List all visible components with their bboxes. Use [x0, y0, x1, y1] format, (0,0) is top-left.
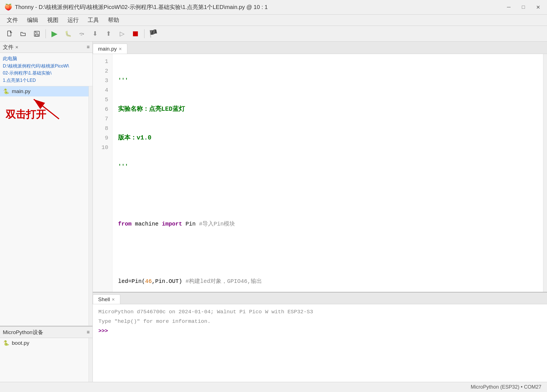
- window-controls: ─ □ ✕: [504, 3, 543, 12]
- ln-8: 8: [93, 124, 112, 133]
- code-line-3: 版本：v1.0: [118, 133, 537, 143]
- device-section: MicroPython设备 ≡ 🐍 boot.py: [0, 326, 92, 382]
- minimize-button[interactable]: ─: [504, 3, 513, 12]
- save-file-button[interactable]: [31, 28, 43, 40]
- toolbar-separator-2: [144, 29, 144, 38]
- code-line-5: [118, 191, 537, 200]
- file-panel-scrollbar[interactable]: [89, 86, 92, 326]
- ln-10: 10: [93, 143, 112, 152]
- boot-file-icon: 🐍: [3, 340, 10, 346]
- device-scroll-area: 🐍 boot.py: [0, 338, 92, 382]
- close-button[interactable]: ✕: [534, 3, 543, 12]
- device-panel-header: MicroPython设备 ≡: [0, 327, 92, 338]
- title-bar-left: 🍑 Thonny - D:\核桃派例程代码\核桃派PicoW\02-示例程序\1…: [4, 3, 268, 11]
- left-panel: 文件 ✕ ≡ 此电脑 D:\核桃派例程代码\核桃派PicoW\02-示例程序\1…: [0, 42, 93, 382]
- file-item-boot-py[interactable]: 🐍 boot.py: [0, 338, 89, 348]
- run-button[interactable]: ▶: [49, 28, 60, 40]
- menu-edit[interactable]: 编辑: [23, 15, 42, 25]
- tab-main-py-close[interactable]: ✕: [119, 47, 122, 51]
- file-name-boot-py: boot.py: [12, 340, 29, 346]
- shell-area: Shell ✕ MicroPython d7546700c on 2024-01…: [93, 292, 547, 382]
- file-tree: 🐍 main.py 双击打开: [0, 86, 89, 326]
- shell-tab-close[interactable]: ✕: [112, 297, 115, 302]
- ln-3: 3: [93, 76, 112, 85]
- menu-help[interactable]: 帮助: [104, 15, 123, 25]
- shell-line-1: MicroPython d7546700c on 2024-01-04; Wal…: [98, 307, 541, 317]
- tab-main-py-label: main.py: [98, 46, 117, 52]
- code-line-2: 实验名称：点亮LED蓝灯: [118, 105, 537, 114]
- file-panel-close[interactable]: ✕: [15, 45, 19, 49]
- shell-prompt[interactable]: >>>: [98, 326, 541, 336]
- toolbar: ▶ 🐛 ⤼ ⬇ ⬆ ▷ ⏹ 🏴: [0, 26, 547, 42]
- status-bar: MicroPython (ESP32) • COM27: [0, 382, 547, 392]
- stop-button[interactable]: ⏹: [130, 28, 141, 40]
- step-into-button[interactable]: ⬇: [89, 28, 101, 40]
- annotation-text: 双击打开: [6, 108, 46, 121]
- main-area: 文件 ✕ ≡ 此电脑 D:\核桃派例程代码\核桃派PicoW\02-示例程序\1…: [0, 42, 547, 382]
- step-over-button[interactable]: ⤼: [76, 28, 87, 40]
- shell-tab[interactable]: Shell ✕: [93, 294, 120, 304]
- app-icon: 🍑: [4, 4, 12, 11]
- annotation-container: 双击打开: [0, 96, 89, 133]
- editor-scrollbar[interactable]: [543, 54, 547, 292]
- file-panel-label: 文件: [3, 44, 13, 51]
- device-panel-menu[interactable]: ≡: [87, 329, 90, 335]
- file-path: 此电脑 D:\核桃派例程代码\核桃派PicoW\02-示例程序\1.基础实验\1…: [0, 53, 92, 86]
- code-line-4: ''': [118, 162, 537, 172]
- file-section: 文件 ✕ ≡ 此电脑 D:\核桃派例程代码\核桃派PicoW\02-示例程序\1…: [0, 42, 92, 326]
- device-panel-title: MicroPython设备: [3, 329, 43, 336]
- device-panel-label: MicroPython设备: [3, 329, 43, 336]
- tab-main-py[interactable]: main.py ✕: [93, 44, 127, 54]
- file-scroll-area: 🐍 main.py 双击打开: [0, 86, 92, 326]
- ln-9: 9: [93, 133, 112, 143]
- line-numbers: 1 2 3 4 5 6 7 8 9 10: [93, 54, 112, 292]
- file-panel-title: 文件 ✕: [3, 44, 19, 51]
- editor-tabs: main.py ✕: [93, 42, 547, 54]
- code-line-1: ''': [118, 76, 537, 85]
- status-text: MicroPython (ESP32) • COM27: [471, 384, 541, 390]
- title-text: Thonny - D:\核桃派例程代码\核桃派PicoW\02-示例程序\1.基…: [15, 3, 268, 11]
- code-editor[interactable]: ''' 实验名称：点亮LED蓝灯 版本：v1.0 ''' from machin…: [112, 54, 543, 292]
- shell-content[interactable]: MicroPython d7546700c on 2024-01-04; Wal…: [93, 304, 547, 382]
- open-file-button[interactable]: [17, 28, 29, 40]
- path-computer: 此电脑: [3, 56, 17, 61]
- ln-7: 7: [93, 114, 112, 124]
- code-line-8: led=Pin(46,Pin.OUT) #构建led对象，GPIO46,输出: [118, 277, 537, 286]
- python-file-icon: 🐍: [3, 88, 10, 95]
- code-line-6: from machine import Pin #导入Pin模块: [118, 219, 537, 229]
- code-line-7: [118, 248, 537, 258]
- menu-tools[interactable]: 工具: [84, 15, 103, 25]
- svg-rect-2: [35, 34, 38, 36]
- ln-6: 6: [93, 105, 112, 114]
- shell-tabs: Shell ✕: [93, 292, 547, 304]
- menu-run[interactable]: 运行: [64, 15, 83, 25]
- ln-1: 1: [93, 57, 112, 66]
- shell-line-2: Type "help()" for more information.: [98, 317, 541, 326]
- ln-4: 4: [93, 85, 112, 95]
- file-panel-menu[interactable]: ≡: [87, 44, 90, 50]
- editor-area: 1 2 3 4 5 6 7 8 9 10 ''' 实验名称：点亮LED蓝灯 版本…: [93, 54, 547, 292]
- debug-button[interactable]: 🐛: [62, 28, 74, 40]
- menu-file[interactable]: 文件: [3, 15, 22, 25]
- right-area: main.py ✕ 1 2 3 4 5 6 7 8 9 10 ''' 实验名称：…: [93, 42, 547, 382]
- step-out-button[interactable]: ⬆: [103, 28, 114, 40]
- toolbar-separator-1: [46, 29, 46, 38]
- shell-tab-label: Shell: [98, 296, 110, 303]
- flag-button[interactable]: 🏴: [147, 28, 159, 40]
- resume-button[interactable]: ▷: [116, 28, 128, 40]
- svg-rect-1: [34, 31, 39, 36]
- ln-5: 5: [93, 95, 112, 105]
- new-file-button[interactable]: [4, 28, 16, 40]
- menu-view[interactable]: 视图: [43, 15, 62, 25]
- ln-2: 2: [93, 66, 112, 76]
- menu-bar: 文件 编辑 视图 运行 工具 帮助: [0, 15, 547, 26]
- device-panel-scrollbar[interactable]: [89, 338, 92, 382]
- path-detail: D:\核桃派例程代码\核桃派PicoW\02-示例程序\1.基础实验\1.点亮第…: [3, 64, 69, 83]
- title-bar: 🍑 Thonny - D:\核桃派例程代码\核桃派PicoW\02-示例程序\1…: [0, 0, 547, 15]
- file-panel-header: 文件 ✕ ≡: [0, 42, 92, 53]
- maximize-button[interactable]: □: [519, 3, 528, 12]
- device-file-tree: 🐍 boot.py: [0, 338, 89, 382]
